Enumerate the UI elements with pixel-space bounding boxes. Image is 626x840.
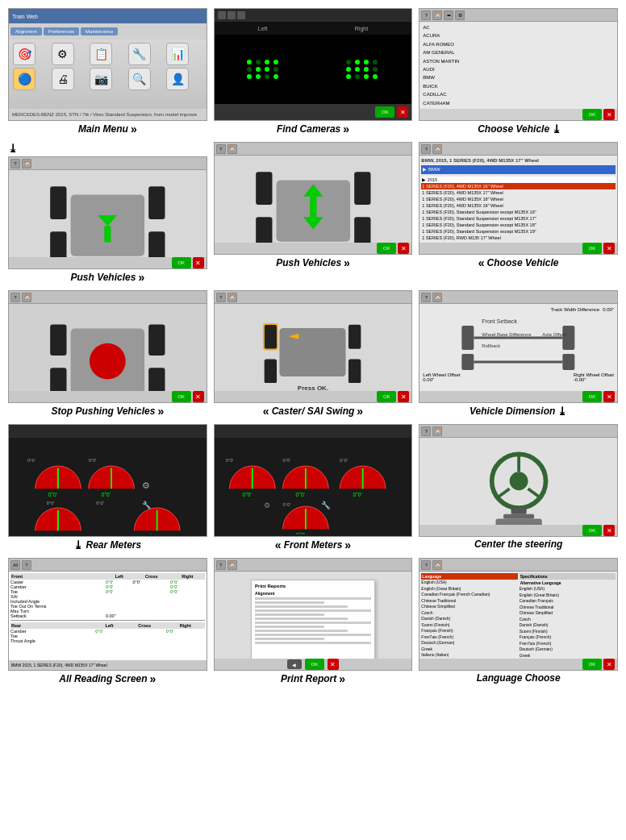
icon-7[interactable]: 🖨 bbox=[52, 68, 74, 90]
lang-greek[interactable]: Greek bbox=[421, 647, 517, 653]
icon-8[interactable]: 📷 bbox=[90, 68, 112, 90]
camera-left-dots bbox=[247, 60, 280, 79]
rm-toolbar bbox=[9, 425, 207, 438]
cv1-tb-icon3: ⬅ bbox=[444, 10, 453, 20]
rear-thrust-left bbox=[95, 638, 123, 643]
cs-ok[interactable]: OK bbox=[377, 391, 396, 402]
vl-item-bmw[interactable]: BMW bbox=[421, 73, 616, 81]
alt-lang-suomi[interactable]: Suomi (Finnish) bbox=[520, 629, 616, 635]
lang-fren7ais[interactable]: Fren7ais (French) bbox=[421, 634, 517, 641]
lc-cancel[interactable]: ✕ bbox=[603, 659, 615, 670]
bmw-selected-brand[interactable]: ▶ BMW bbox=[421, 165, 616, 174]
svg-rect-22 bbox=[265, 325, 277, 349]
icon-10[interactable]: 👤 bbox=[166, 68, 189, 90]
lang-czech[interactable]: Czech bbox=[421, 610, 517, 617]
cv1-cancel[interactable]: ✕ bbox=[603, 109, 615, 120]
cs-cancel[interactable]: ✕ bbox=[398, 391, 409, 402]
bmw-m8[interactable]: 1 SERIES (F20), RWD M135 17" Wheel bbox=[421, 235, 616, 241]
vd-cancel[interactable]: ✕ bbox=[603, 391, 615, 402]
bmw-m6[interactable]: 1 SERIES (F20), Standard Suspension exce… bbox=[421, 222, 616, 228]
icon-1[interactable]: 🎯 bbox=[13, 43, 35, 65]
lang-chinese-trad[interactable]: Chinese Traditional bbox=[421, 598, 517, 605]
label-row-rear-meters: ⤓ Rear Meters bbox=[8, 539, 207, 551]
bmw-m4[interactable]: 1 SERIES (F20), Standard Suspension exce… bbox=[421, 209, 616, 215]
icon-5[interactable]: 📊 bbox=[166, 43, 189, 65]
tab-preferences[interactable]: Preferences bbox=[44, 27, 79, 35]
pl8 bbox=[255, 626, 324, 628]
lang-chinese-simp[interactable]: Chinese Simplified bbox=[421, 604, 517, 610]
cts-ok[interactable]: OK bbox=[582, 525, 602, 536]
pv1-cancel[interactable]: ✕ bbox=[193, 257, 204, 268]
icon-6[interactable]: 🔵 bbox=[13, 68, 35, 90]
screen-stop-pushing: ? 🏠 bbox=[8, 290, 207, 403]
lc-ok[interactable]: OK bbox=[582, 659, 602, 670]
pv2-cancel[interactable]: ✕ bbox=[398, 243, 409, 254]
lang-canadian[interactable]: Canadian Français (French Canadian) bbox=[421, 592, 517, 598]
vl-item-acura[interactable]: ACURA bbox=[421, 31, 616, 40]
pr-cancel[interactable]: ✕ bbox=[328, 659, 339, 670]
bmw-m7[interactable]: 1 SERIES (F20), Standard Suspension exce… bbox=[421, 228, 616, 235]
vl-item-am[interactable]: AM GENERAL bbox=[421, 48, 616, 56]
pr-ok[interactable]: OK bbox=[305, 659, 324, 670]
vl-item-cadillac[interactable]: CADILLAC bbox=[421, 90, 616, 98]
pv2-ok[interactable]: OK bbox=[377, 243, 396, 254]
bmw-m3[interactable]: 1 SERIES (F20), 4WD M135X 19" Wheel bbox=[421, 202, 616, 209]
vl-item-caterham[interactable]: CATERHAM bbox=[421, 99, 616, 107]
bmw-m2[interactable]: 1 SERIES (F20), 4WD M135X 18" Wheel bbox=[421, 196, 616, 202]
dot4 bbox=[273, 60, 278, 64]
icon-3[interactable]: 📋 bbox=[90, 43, 112, 65]
icon-9[interactable]: 🔍 bbox=[128, 68, 151, 90]
lang-english-gb[interactable]: English (Great Britain) bbox=[421, 586, 517, 593]
ar-tb-icon2: ? bbox=[22, 560, 31, 570]
tab-maintenance[interactable]: Maintenance bbox=[81, 27, 118, 35]
cameras-cancel-btn[interactable]: ✕ bbox=[397, 106, 408, 118]
sp-cancel[interactable]: ✕ bbox=[193, 391, 204, 402]
sp-ok[interactable]: OK bbox=[172, 391, 191, 402]
svg-rect-72 bbox=[511, 508, 526, 514]
lang-francais[interactable]: Français (French) bbox=[421, 628, 517, 634]
label-row-stop-pushing: Stop Pushing Vehicles » bbox=[8, 405, 207, 418]
alt-lang-canadian[interactable]: Canadian Français bbox=[520, 598, 616, 605]
vd-ok[interactable]: OK bbox=[582, 391, 602, 402]
cts-cancel[interactable]: ✕ bbox=[603, 525, 615, 536]
vl-item-alfa[interactable]: ALFA ROMEO bbox=[421, 40, 616, 48]
dot6 bbox=[256, 67, 261, 72]
alt-lang-danish[interactable]: Danish (Danish) bbox=[520, 622, 616, 629]
vl-item-buick[interactable]: BUICK bbox=[421, 82, 616, 90]
alt-lang-chinese-simp[interactable]: Chinese Simplified bbox=[520, 610, 616, 617]
alt-lang-czech[interactable]: Czech bbox=[520, 617, 616, 623]
lang-english-us[interactable]: English (USA) bbox=[421, 580, 517, 586]
icon-4[interactable]: 🔧 bbox=[128, 43, 151, 65]
bmw-m5[interactable]: 1 SERIES (F20), Standard Suspension exce… bbox=[421, 215, 616, 222]
alt-lang-fren7ais[interactable]: Fren7ais (French) bbox=[520, 641, 616, 647]
pr-back-btn[interactable]: ◀ bbox=[287, 659, 302, 669]
alt-lang-deutsch[interactable]: Deutsch (German) bbox=[520, 647, 616, 653]
vl-item-ac[interactable]: AC bbox=[421, 23, 616, 31]
alt-lang-english-gb[interactable]: English (Great Britain) bbox=[520, 593, 616, 599]
lang-deutsch[interactable]: Deutsch (German) bbox=[421, 640, 517, 647]
cv2-ok[interactable]: OK bbox=[582, 243, 602, 254]
vl-item-aston[interactable]: ASTON MARTIN bbox=[421, 57, 616, 65]
bmw-model-selected[interactable]: 1 SERIES (F20), 4WD M135X 16" Wheel bbox=[421, 183, 616, 189]
cs-tb-icon1: ? bbox=[216, 293, 226, 302]
cam-tb-icon2 bbox=[227, 11, 236, 19]
vl-item-audi[interactable]: AUDI bbox=[421, 65, 616, 73]
lang-italiano[interactable]: Italiano (Italian) bbox=[421, 652, 517, 659]
alt-lang-english-us[interactable]: English (USA) bbox=[520, 586, 616, 593]
alt-lang-greek[interactable]: Greek bbox=[520, 653, 616, 659]
lc-tb-icon1: ? bbox=[421, 560, 431, 570]
find-cameras-arrow: » bbox=[343, 123, 349, 135]
alt-lang-chinese-trad[interactable]: Chinese Traditional bbox=[520, 605, 616, 611]
dot10 bbox=[256, 74, 261, 79]
bmw-m1[interactable]: 1 SERIES (F20), 4WD M135X 17" Wheel bbox=[421, 189, 616, 196]
tab-alignment[interactable]: Alignment bbox=[10, 27, 42, 35]
cv1-ok[interactable]: OK bbox=[582, 109, 602, 120]
svg-text:0°0': 0°0' bbox=[295, 532, 304, 534]
lang-danish[interactable]: Danish (Danish) bbox=[421, 616, 517, 622]
icon-2[interactable]: ⚙ bbox=[52, 43, 74, 65]
alt-lang-francais[interactable]: Français (French) bbox=[520, 634, 616, 641]
cv2-cancel[interactable]: ✕ bbox=[603, 243, 615, 254]
cameras-ok-btn[interactable]: OK bbox=[375, 106, 394, 118]
lang-suomi[interactable]: Suomi (Finnish) bbox=[421, 622, 517, 629]
pv1-ok[interactable]: OK bbox=[172, 257, 191, 268]
